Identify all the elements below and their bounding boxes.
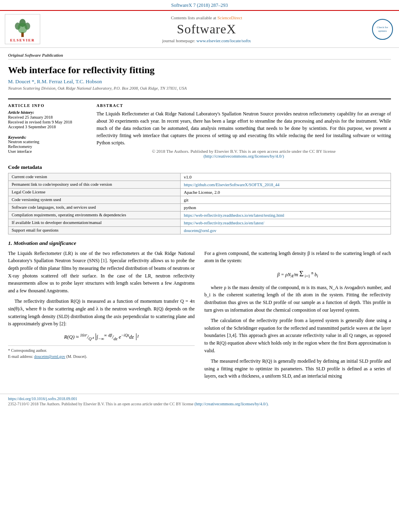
code-table-row: Current code versionv1.0 [8,173,391,181]
footer-license: 2352-7110/© 2018 The Authors. Published … [8,402,391,406]
code-table-value: Apache License, 2.0 [180,188,391,196]
doi-bar: SoftwareX 7 (2018) 287–293 [0,0,399,10]
science-direct-link[interactable]: ScienceDirect [217,15,242,20]
footer-cc-link[interactable]: (http://creativecommons.org/licenses/by/… [194,402,269,406]
code-table-row: Code versioning system usedgit [8,196,391,203]
homepage-line: journal homepage: www.elsevier.com/locat… [45,38,368,43]
article-content: Original Software Publication Web interf… [0,48,399,394]
code-table-value: git [180,196,391,203]
svg-point-4 [18,23,27,33]
homepage-link[interactable]: www.elsevier.com/locate/softx [196,38,251,43]
section-1-right-p3: The calculation of the reflectivity prof… [204,317,391,354]
code-table-row: If available Link to developer documenta… [8,219,391,226]
keywords-label: Keywords: [8,135,88,140]
affiliation: Neutron Scattering Division, Oak Ridge N… [8,86,187,90]
elsevier-logo: ELSEVIER [5,14,41,44]
keyword-2: Reflectometry [8,144,88,149]
doi-text: SoftwareX 7 (2018) 287–293 [171,2,228,8]
homepage-label: journal homepage: [162,38,195,43]
code-table-label: If available Link to developer documenta… [8,219,181,226]
license-text: © 2018 The Authors. Published by Elsevie… [152,149,336,154]
section-1-columns: The Liquids Reflectometer (LR) is one of… [8,250,391,383]
article-info-abstract: Article Info Article history: Received 2… [8,99,391,158]
history-label: Article history: [8,110,88,115]
page-footer: https://doi.org/10.1016/j.softx.2018.09.… [0,394,399,409]
elsevier-label: ELSEVIER [10,38,35,42]
section-1-heading: 1. Motivation and significance [8,240,391,246]
code-table-label: Compilation requirements, operating envi… [8,211,181,219]
code-table-value[interactable]: doucetm@ornl.gov [180,226,391,234]
code-metadata-table: Current code versionv1.0Permanent link t… [8,173,391,234]
science-direct-line: Contents lists available at ScienceDirec… [45,15,368,20]
article-info-column: Article Info Article history: Received 2… [8,103,88,158]
footnote-email: E-mail address: doucetm@ornl.gov (M. Dou… [8,353,195,360]
cc-license: © 2018 The Authors. Published by Elsevie… [97,149,391,158]
article-history: Article history: Received 25 January 201… [8,110,88,129]
code-table-row: Software code languages, tools, and serv… [8,203,391,211]
code-table-value[interactable]: https://web-reflectivity.readthedocs.io/… [180,219,391,226]
footnote-name: (M. Doucet). [66,354,87,359]
journal-title: SoftwareX [45,22,368,37]
code-table-label: Code versioning system used [8,196,181,203]
abstract-heading: Abstract [97,103,391,108]
check-updates-badge: Check forupdates [372,19,393,40]
code-metadata-title: Code metadata [8,164,391,170]
code-table-value: python [180,203,391,211]
footnote-area: * Corresponding author. E-mail address: … [8,345,195,360]
received: Received 25 January 2018 [8,115,53,119]
article-title: Web interface for reflectivity fitting [8,64,187,76]
abstract-text: The Liquids Reflectometer at Oak Ridge N… [97,110,391,146]
code-table-label: Current code version [8,173,181,181]
code-table-row: Legal Code LicenseApache License, 2.0 [8,188,391,196]
keyword-3: User interface [8,149,88,154]
code-table-label: Support email for questions [8,226,181,234]
code-table-value: v1.0 [180,173,391,181]
article-info-heading: Article Info [8,103,88,108]
code-table-value[interactable]: https://github.com/ElsevierSoftwareX/SOF… [180,181,391,188]
footnote-star: * Corresponding author. [8,347,195,354]
section-1-right-p2: where ρ is the mass density of the compo… [204,284,391,314]
abstract-column: Abstract The Liquids Reflectometer at Oa… [97,103,391,158]
section-1-right-col: For a given compound, the scattering len… [204,250,391,383]
formula-rq: R(Q) ≈ 16π²/Q⁴ |∫−∞∞ dβ/dz e−iQzdz |² [8,331,195,342]
license-link[interactable]: (http://creativecommons.org/licenses/by/… [204,154,284,158]
contents-text: Contents lists available at [171,15,216,20]
footnote-email-link[interactable]: doucetm@ornl.gov [34,354,65,359]
section-1-right-p1: For a given compound, the scattering len… [204,250,391,265]
section-1-p2: The reflectivity distribution R(Q) is me… [8,298,195,327]
check-updates-text: Check forupdates [377,26,388,33]
code-table-value[interactable]: https://web-reflectivity.readthedocs.io/… [180,211,391,219]
article-type: Original Software Publication [8,53,391,60]
section-1-p1: The Liquids Reflectometer (LR) is one of… [8,250,195,295]
accepted: Accepted 3 September 2018 [8,125,56,129]
code-table-row: Compilation requirements, operating envi… [8,211,391,219]
formula-beta: β = ρNA/m Σ i=1 n bi [204,269,391,280]
code-table-label: Software code languages, tools, and serv… [8,203,181,211]
section-1-left-col: The Liquids Reflectometer (LR) is one of… [8,250,195,383]
journal-center-info: Contents lists available at ScienceDirec… [45,15,368,43]
code-table-label: Legal Code License [8,188,181,196]
section-1-right-p4: The measured reflectivity R(Q) is genera… [204,357,391,380]
footnote-email-label: E-mail address: [8,354,33,359]
journal-header: ELSEVIER Contents lists available at Sci… [0,10,399,48]
code-table-row: Permanent link to code/repository used o… [8,181,391,188]
revised: Received in revised form 9 May 2018 [8,120,72,124]
keywords-section: Keywords: Neutron scattering Reflectomet… [8,135,88,154]
code-table-label: Permanent link to code/repository used o… [8,181,181,188]
check-updates-area: Check forupdates [372,19,394,40]
code-table-row: Support email for questionsdoucetm@ornl.… [8,226,391,234]
authors: M. Doucet *, R.M. Ferraz Leal, T.C. Hobs… [8,78,187,85]
code-metadata-section: Code metadata Current code versionv1.0Pe… [8,164,391,234]
footer-doi-link[interactable]: https://doi.org/10.1016/j.softx.2018.09.… [8,396,77,401]
keywords-list: Neutron scattering Reflectometry User in… [8,140,88,154]
keyword-1: Neutron scattering [8,140,88,144]
section-1: 1. Motivation and significance The Liqui… [8,240,391,383]
